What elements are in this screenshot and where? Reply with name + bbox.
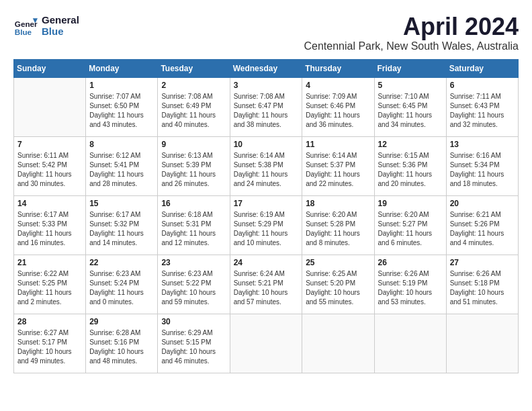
page-header: General Blue General Blue April 2024 Cen… — [13, 13, 519, 52]
day-info: Sunrise: 6:23 AMSunset: 5:22 PMDaylight:… — [161, 269, 226, 307]
calendar-cell: 22Sunrise: 6:23 AMSunset: 5:24 PMDayligh… — [86, 255, 158, 314]
day-info: Sunrise: 6:26 AMSunset: 5:19 PMDaylight:… — [378, 269, 443, 307]
day-info: Sunrise: 6:20 AMSunset: 5:28 PMDaylight:… — [306, 210, 370, 248]
calendar-cell: 25Sunrise: 6:25 AMSunset: 5:20 PMDayligh… — [302, 255, 374, 314]
day-number: 24 — [234, 258, 299, 267]
calendar-cell: 8Sunrise: 6:12 AMSunset: 5:41 PMDaylight… — [86, 136, 158, 195]
day-info: Sunrise: 6:24 AMSunset: 5:21 PMDaylight:… — [234, 269, 299, 307]
day-header-friday: Friday — [374, 59, 446, 77]
day-info: Sunrise: 7:08 AMSunset: 6:47 PMDaylight:… — [234, 92, 299, 130]
calendar-cell: 11Sunrise: 6:14 AMSunset: 5:37 PMDayligh… — [302, 136, 374, 195]
calendar-cell: 10Sunrise: 6:14 AMSunset: 5:38 PMDayligh… — [230, 136, 302, 195]
day-number: 14 — [17, 199, 82, 208]
calendar-cell: 17Sunrise: 6:19 AMSunset: 5:29 PMDayligh… — [230, 195, 302, 255]
day-header-thursday: Thursday — [302, 59, 374, 77]
svg-text:Blue: Blue — [15, 28, 32, 36]
calendar-cell: 7Sunrise: 6:11 AMSunset: 5:42 PMDaylight… — [14, 136, 86, 195]
day-number: 18 — [306, 199, 370, 208]
day-info: Sunrise: 6:12 AMSunset: 5:41 PMDaylight:… — [89, 151, 154, 189]
calendar-cell: 18Sunrise: 6:20 AMSunset: 5:28 PMDayligh… — [302, 195, 374, 255]
day-number: 22 — [89, 258, 154, 267]
calendar-cell: 30Sunrise: 6:29 AMSunset: 5:15 PMDayligh… — [158, 314, 230, 373]
day-info: Sunrise: 6:11 AMSunset: 5:42 PMDaylight:… — [17, 151, 82, 189]
logo-line1: General — [42, 14, 79, 26]
calendar-cell: 24Sunrise: 6:24 AMSunset: 5:21 PMDayligh… — [230, 255, 302, 314]
day-info: Sunrise: 6:17 AMSunset: 5:33 PMDaylight:… — [17, 210, 82, 248]
day-number: 12 — [378, 140, 443, 149]
day-info: Sunrise: 6:14 AMSunset: 5:38 PMDaylight:… — [234, 151, 299, 189]
day-number: 15 — [89, 199, 154, 208]
calendar-cell: 16Sunrise: 6:18 AMSunset: 5:31 PMDayligh… — [158, 195, 230, 255]
location-title: Centennial Park, New South Wales, Austra… — [304, 40, 519, 52]
day-number: 4 — [306, 81, 370, 90]
day-info: Sunrise: 6:29 AMSunset: 5:15 PMDaylight:… — [161, 328, 226, 366]
day-info: Sunrise: 6:27 AMSunset: 5:17 PMDaylight:… — [17, 328, 82, 366]
day-info: Sunrise: 6:17 AMSunset: 5:32 PMDaylight:… — [89, 210, 154, 248]
day-info: Sunrise: 6:15 AMSunset: 5:36 PMDaylight:… — [378, 151, 443, 189]
day-info: Sunrise: 6:22 AMSunset: 5:25 PMDaylight:… — [17, 269, 82, 307]
calendar-cell: 27Sunrise: 6:26 AMSunset: 5:18 PMDayligh… — [446, 255, 518, 314]
day-info: Sunrise: 7:07 AMSunset: 6:50 PMDaylight:… — [89, 92, 154, 130]
day-header-sunday: Sunday — [14, 59, 86, 77]
calendar-cell — [374, 314, 446, 373]
day-info: Sunrise: 6:18 AMSunset: 5:31 PMDaylight:… — [161, 210, 226, 248]
day-number: 20 — [450, 199, 515, 208]
calendar-cell: 3Sunrise: 7:08 AMSunset: 6:47 PMDaylight… — [230, 77, 302, 136]
logo-line2: Blue — [42, 26, 79, 37]
calendar-header-row: SundayMondayTuesdayWednesdayThursdayFrid… — [14, 59, 519, 77]
calendar-cell: 15Sunrise: 6:17 AMSunset: 5:32 PMDayligh… — [86, 195, 158, 255]
day-info: Sunrise: 6:13 AMSunset: 5:39 PMDaylight:… — [161, 151, 226, 189]
day-number: 3 — [234, 81, 299, 90]
day-number: 10 — [234, 140, 299, 149]
calendar-week-row: 28Sunrise: 6:27 AMSunset: 5:17 PMDayligh… — [14, 314, 519, 373]
day-info: Sunrise: 7:08 AMSunset: 6:49 PMDaylight:… — [161, 92, 226, 130]
calendar-cell: 29Sunrise: 6:28 AMSunset: 5:16 PMDayligh… — [86, 314, 158, 373]
day-info: Sunrise: 6:19 AMSunset: 5:29 PMDaylight:… — [234, 210, 299, 248]
title-block: April 2024 Centennial Park, New South Wa… — [304, 13, 519, 52]
day-number: 29 — [89, 317, 154, 326]
calendar-week-row: 7Sunrise: 6:11 AMSunset: 5:42 PMDaylight… — [14, 136, 519, 195]
calendar-week-row: 21Sunrise: 6:22 AMSunset: 5:25 PMDayligh… — [14, 255, 519, 314]
calendar-cell: 1Sunrise: 7:07 AMSunset: 6:50 PMDaylight… — [86, 77, 158, 136]
day-number: 28 — [17, 317, 82, 326]
calendar-cell: 20Sunrise: 6:21 AMSunset: 5:26 PMDayligh… — [446, 195, 518, 255]
day-number: 19 — [378, 199, 443, 208]
calendar-cell — [446, 314, 518, 373]
calendar-cell — [14, 77, 86, 136]
calendar-cell: 21Sunrise: 6:22 AMSunset: 5:25 PMDayligh… — [14, 255, 86, 314]
logo: General Blue General Blue — [13, 13, 79, 38]
day-number: 11 — [306, 140, 370, 149]
day-number: 7 — [17, 140, 82, 149]
calendar-cell: 19Sunrise: 6:20 AMSunset: 5:27 PMDayligh… — [374, 195, 446, 255]
day-header-saturday: Saturday — [446, 59, 518, 77]
logo-icon: General Blue — [13, 13, 38, 38]
day-info: Sunrise: 7:10 AMSunset: 6:45 PMDaylight:… — [378, 92, 443, 130]
day-number: 8 — [89, 140, 154, 149]
day-info: Sunrise: 6:23 AMSunset: 5:24 PMDaylight:… — [89, 269, 154, 307]
calendar-week-row: 1Sunrise: 7:07 AMSunset: 6:50 PMDaylight… — [14, 77, 519, 136]
day-info: Sunrise: 6:20 AMSunset: 5:27 PMDaylight:… — [378, 210, 443, 248]
day-number: 23 — [161, 258, 226, 267]
calendar-cell: 2Sunrise: 7:08 AMSunset: 6:49 PMDaylight… — [158, 77, 230, 136]
calendar-cell — [302, 314, 374, 373]
calendar-table: SundayMondayTuesdayWednesdayThursdayFrid… — [13, 59, 519, 373]
day-info: Sunrise: 6:26 AMSunset: 5:18 PMDaylight:… — [450, 269, 515, 307]
day-header-tuesday: Tuesday — [158, 59, 230, 77]
day-info: Sunrise: 6:14 AMSunset: 5:37 PMDaylight:… — [306, 151, 370, 189]
calendar-week-row: 14Sunrise: 6:17 AMSunset: 5:33 PMDayligh… — [14, 195, 519, 255]
day-number: 21 — [17, 258, 82, 267]
calendar-cell: 23Sunrise: 6:23 AMSunset: 5:22 PMDayligh… — [158, 255, 230, 314]
day-number: 30 — [161, 317, 226, 326]
day-info: Sunrise: 7:11 AMSunset: 6:43 PMDaylight:… — [450, 92, 515, 130]
day-number: 16 — [161, 199, 226, 208]
day-number: 13 — [450, 140, 515, 149]
calendar-cell: 28Sunrise: 6:27 AMSunset: 5:17 PMDayligh… — [14, 314, 86, 373]
calendar-cell — [230, 314, 302, 373]
day-number: 9 — [161, 140, 226, 149]
calendar-cell: 12Sunrise: 6:15 AMSunset: 5:36 PMDayligh… — [374, 136, 446, 195]
day-info: Sunrise: 6:21 AMSunset: 5:26 PMDaylight:… — [450, 210, 515, 248]
day-number: 5 — [378, 81, 443, 90]
calendar-cell: 26Sunrise: 6:26 AMSunset: 5:19 PMDayligh… — [374, 255, 446, 314]
calendar-cell: 6Sunrise: 7:11 AMSunset: 6:43 PMDaylight… — [446, 77, 518, 136]
day-info: Sunrise: 6:28 AMSunset: 5:16 PMDaylight:… — [89, 328, 154, 366]
